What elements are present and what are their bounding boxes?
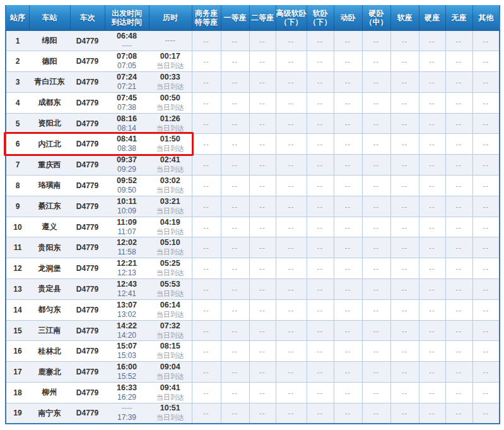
seat-availability-cell: -- (192, 279, 221, 300)
seat-availability-cell: -- (249, 217, 276, 237)
duration-value: 07:32 (149, 321, 192, 331)
time-cell: 12:0211:58 (105, 237, 149, 258)
station-order-cell: 4 (6, 92, 29, 113)
seat-availability-cell: -- (276, 299, 307, 320)
seat-availability-cell: -- (307, 299, 334, 320)
arrive-time: 08:38 (105, 144, 149, 153)
train-no-cell: D4779 (70, 362, 105, 383)
same-day-arrival-label: 当日到达 (149, 144, 192, 153)
seat-availability-cell: -- (334, 279, 362, 300)
seat-availability-cell: -- (390, 383, 419, 403)
seat-availability-cell: -- (334, 134, 362, 155)
seat-availability-cell: -- (192, 113, 221, 134)
same-day-arrival-label: 当日到达 (149, 310, 192, 320)
seat-availability-cell: -- (249, 92, 276, 113)
seat-availability-cell: -- (307, 320, 334, 341)
station-cell: 鹿寨北 (29, 362, 70, 383)
station-cell: 龙洞堡 (29, 258, 70, 279)
seat-availability-cell: -- (472, 299, 500, 320)
seat-availability-cell: -- (362, 113, 390, 134)
seat-availability-cell: -- (307, 134, 334, 155)
seat-availability-cell: -- (276, 258, 307, 279)
seat-availability-cell: -- (307, 279, 334, 300)
column-header-duration: 历时 (149, 5, 192, 30)
depart-time: 08:16 (105, 114, 149, 124)
duration-cell: 05:10当日到达 (149, 237, 192, 258)
seat-availability-cell: -- (445, 299, 472, 320)
seat-availability-cell: -- (249, 258, 276, 279)
table-row: 12龙洞堡D477912:2112:1305:25当日到达-----------… (6, 258, 500, 279)
column-header-other: 其他 (472, 5, 500, 30)
seat-availability-cell: -- (472, 51, 500, 72)
column-header-second-class-seat: 二等座 (249, 5, 276, 30)
seat-availability-cell: -- (472, 403, 500, 424)
duration-cell: 09:04当日到达 (149, 362, 192, 383)
station-order-cell: 15 (6, 320, 29, 341)
seat-availability-cell: -- (362, 176, 390, 196)
depart-time: 16:00 (105, 362, 149, 372)
seat-availability-cell: -- (419, 320, 445, 341)
seat-availability-cell: -- (472, 383, 500, 403)
duration-value: 00:33 (149, 73, 192, 82)
seat-availability-cell: -- (390, 134, 419, 155)
seat-availability-cell: -- (249, 72, 276, 93)
depart-time: 12:21 (105, 259, 149, 268)
seat-availability-cell: -- (419, 113, 445, 134)
seat-availability-cell: -- (249, 362, 276, 383)
seat-availability-cell: -- (445, 30, 472, 51)
seat-availability-cell: -- (419, 279, 445, 300)
column-header-station-order: 站序 (6, 5, 29, 30)
seat-availability-cell: -- (192, 92, 221, 113)
train-schedule-table: 站序车站车次出发时间 到达时间历时商务座 特等座一等座二等座高级软卧 （下）软卧… (5, 5, 500, 424)
seat-availability-cell: -- (472, 113, 500, 134)
station-order-cell: 2 (6, 51, 29, 72)
time-cell: 12:4312:41 (105, 279, 149, 300)
seat-availability-cell: -- (192, 362, 221, 383)
station-cell: 南宁东 (29, 403, 70, 424)
station-order-cell: 19 (6, 403, 29, 424)
seat-availability-cell: -- (419, 383, 445, 403)
seat-availability-cell: -- (192, 217, 221, 237)
seat-availability-cell: -- (472, 72, 500, 93)
seat-availability-cell: -- (192, 320, 221, 341)
time-cell: 12:2112:13 (105, 258, 149, 279)
arrive-time: 07:05 (105, 61, 149, 71)
train-no-cell: D4779 (70, 320, 105, 341)
table-row: 2德阳D477907:0807:0500:17当日到达-------------… (6, 51, 500, 72)
duration-cell: 00:50当日到达 (149, 92, 192, 113)
duration-value: 05:25 (149, 259, 192, 268)
seat-availability-cell: -- (419, 196, 445, 217)
seat-availability-cell: -- (192, 155, 221, 176)
seat-availability-cell: -- (362, 92, 390, 113)
same-day-arrival-label: 当日到达 (149, 268, 192, 278)
column-header-first-class-seat: 一等座 (221, 5, 249, 30)
duration-value: 06:14 (149, 301, 192, 310)
seat-availability-cell: -- (221, 30, 249, 51)
duration-value: ---- (149, 36, 192, 45)
table-body: 1绵阳D477906:48---------------------------… (6, 30, 500, 424)
seat-availability-cell: -- (276, 383, 307, 403)
station-cell: 成都东 (29, 92, 70, 113)
seat-availability-cell: -- (472, 341, 500, 362)
seat-availability-cell: -- (445, 341, 472, 362)
seat-availability-cell: -- (334, 155, 362, 176)
seat-availability-cell: -- (445, 279, 472, 300)
seat-availability-cell: -- (192, 72, 221, 93)
station-order-cell: 18 (6, 383, 29, 403)
arrive-time: 12:41 (105, 289, 149, 299)
duration-cell: 03:02当日到达 (149, 176, 192, 196)
table-row: 3青白江东D477907:2407:2100:33当日到达-----------… (6, 72, 500, 93)
seat-availability-cell: -- (221, 113, 249, 134)
seat-availability-cell: -- (362, 403, 390, 424)
depart-time: 14:22 (105, 321, 149, 331)
duration-value: 09:41 (149, 383, 192, 393)
seat-availability-cell: -- (334, 237, 362, 258)
seat-availability-cell: -- (472, 279, 500, 300)
duration-value: 00:17 (149, 52, 192, 61)
station-order-cell: 9 (6, 196, 29, 217)
depart-time: 07:24 (105, 73, 149, 82)
seat-availability-cell: -- (192, 403, 221, 424)
column-header-deluxe-soft-sleeper: 高级软卧 （下） (276, 5, 307, 30)
same-day-arrival-label: 当日到达 (149, 248, 192, 257)
seat-availability-cell: -- (362, 217, 390, 237)
